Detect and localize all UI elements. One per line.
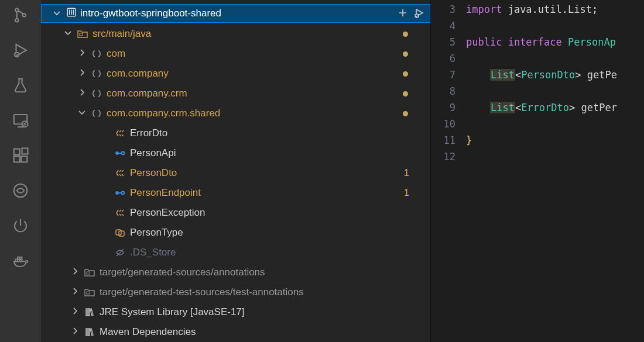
tree-lib-maven[interactable]: Maven Dependencies <box>41 322 430 342</box>
tree-folder-src[interactable]: src/main/java <box>41 24 430 44</box>
project-icon <box>66 7 77 20</box>
interface-icon <box>114 188 126 198</box>
modified-dot-icon <box>403 91 408 96</box>
power-icon[interactable] <box>11 216 30 235</box>
tree-class-PersonException[interactable]: PersonException <box>41 203 430 223</box>
line-gutter: 3456789101112 <box>431 0 466 342</box>
svg-rect-7 <box>14 156 20 162</box>
new-file-icon[interactable] <box>397 7 410 20</box>
svg-rect-26 <box>87 292 90 294</box>
svg-point-22 <box>122 192 125 195</box>
svg-point-20 <box>122 152 125 155</box>
modified-dot-icon <box>403 32 408 37</box>
package-icon <box>90 49 103 59</box>
svg-rect-15 <box>20 257 22 260</box>
svg-point-1 <box>15 19 19 22</box>
problem-badge: 1 <box>404 188 409 198</box>
package-icon <box>90 108 103 119</box>
class-icon <box>114 128 126 139</box>
live-share-icon[interactable] <box>11 181 30 200</box>
modified-dot-icon <box>403 71 408 77</box>
svg-point-10 <box>14 184 28 198</box>
tree-class-PersonDto[interactable]: PersonDto 1 <box>41 163 430 183</box>
tree-class-PersonEndpoint[interactable]: PersonEndpoint 1 <box>41 183 430 203</box>
chevron-right-icon <box>77 88 87 100</box>
modified-dot-icon <box>403 51 408 57</box>
tree-label: JRE System Library [JavaSE-17] <box>100 306 407 318</box>
tree-package-shared[interactable]: com.company.crm.shared <box>41 103 430 123</box>
tree-package-com[interactable]: com <box>41 44 430 64</box>
svg-rect-8 <box>21 156 27 162</box>
folder-icon <box>83 267 96 278</box>
tree-label: com <box>107 48 407 60</box>
tree-folder-test-annotations[interactable]: target/generated-test-sources/test-annot… <box>41 282 430 302</box>
tree-label: src/main/java <box>93 28 407 40</box>
svg-rect-6 <box>14 149 20 155</box>
tree-class-PersonType[interactable]: PersonType <box>41 223 430 243</box>
extensions-icon[interactable] <box>11 146 30 165</box>
chevron-down-icon <box>52 8 63 20</box>
tree-label: PersonType <box>130 227 407 239</box>
svg-rect-18 <box>80 33 83 36</box>
chevron-down-icon <box>63 28 73 40</box>
tree-label: .DS_Store <box>130 247 407 258</box>
tree-label: PersonException <box>130 207 407 219</box>
svg-point-19 <box>116 152 118 154</box>
svg-point-21 <box>116 192 118 194</box>
svg-point-17 <box>415 14 419 18</box>
project-name: intro-gwtboot-springboot-shared <box>80 8 393 19</box>
interface-icon <box>114 148 126 158</box>
activity-bar <box>0 0 41 342</box>
chevron-down-icon <box>77 108 87 120</box>
tree-label: PersonEndpoint <box>130 187 407 199</box>
tree-label: com.company.crm.shared <box>107 108 407 119</box>
explorer-sidebar: intro-gwtboot-springboot-shared src/main… <box>41 0 430 342</box>
source-control-icon[interactable] <box>11 6 30 25</box>
chevron-right-icon <box>70 326 80 338</box>
modified-dot-icon <box>403 111 408 116</box>
tree-label: com.company <box>107 68 407 80</box>
svg-rect-25 <box>87 272 90 274</box>
library-icon <box>83 327 96 337</box>
class-icon <box>114 208 126 218</box>
tree-class-ErrorDto[interactable]: ErrorDto <box>41 123 430 143</box>
chevron-right-icon <box>70 267 80 279</box>
tree-package-company[interactable]: com.company <box>41 64 430 84</box>
class-icon <box>114 168 126 178</box>
chevron-right-icon <box>70 306 80 319</box>
folder-icon <box>76 28 89 40</box>
tree-package-crm[interactable]: com.company.crm <box>41 84 430 103</box>
tree-label: Maven Dependencies <box>100 326 407 338</box>
docker-icon[interactable] <box>11 251 30 270</box>
file-tree: src/main/java com com.company com.compan… <box>41 23 430 342</box>
svg-point-2 <box>23 13 26 17</box>
chevron-right-icon <box>70 286 80 299</box>
code-editor[interactable]: 3456789101112 import java.util.List;publ… <box>430 0 644 342</box>
package-icon <box>90 68 103 79</box>
folder-icon <box>83 286 96 298</box>
library-icon <box>83 307 96 317</box>
package-icon <box>90 88 103 99</box>
remote-explorer-icon[interactable] <box>11 111 30 130</box>
tree-label: target/generated-sources/annotations <box>100 267 407 278</box>
run-debug-icon[interactable] <box>11 41 30 60</box>
chevron-right-icon <box>77 68 87 80</box>
code-area[interactable]: import java.util.List;public interface P… <box>466 0 617 342</box>
tree-label: com.company.crm <box>107 88 407 99</box>
tree-class-PersonApi[interactable]: PersonApi <box>41 143 430 163</box>
tree-label: target/generated-test-sources/test-annot… <box>100 286 407 298</box>
tree-folder-annotations[interactable]: target/generated-sources/annotations <box>41 262 430 282</box>
enum-icon <box>114 227 126 238</box>
svg-point-5 <box>22 121 28 127</box>
tree-label: ErrorDto <box>130 127 407 139</box>
problem-badge: 1 <box>404 168 409 178</box>
hidden-file-icon <box>114 247 126 258</box>
project-header[interactable]: intro-gwtboot-springboot-shared <box>41 4 430 23</box>
tree-lib-jre[interactable]: JRE System Library [JavaSE-17] <box>41 302 430 322</box>
tree-file-dsstore[interactable]: .DS_Store <box>41 243 430 262</box>
tree-label: PersonApi <box>130 147 407 159</box>
tree-label: PersonDto <box>130 167 407 179</box>
run-project-icon[interactable] <box>413 7 426 20</box>
testing-icon[interactable] <box>11 76 30 95</box>
svg-rect-9 <box>22 148 28 154</box>
